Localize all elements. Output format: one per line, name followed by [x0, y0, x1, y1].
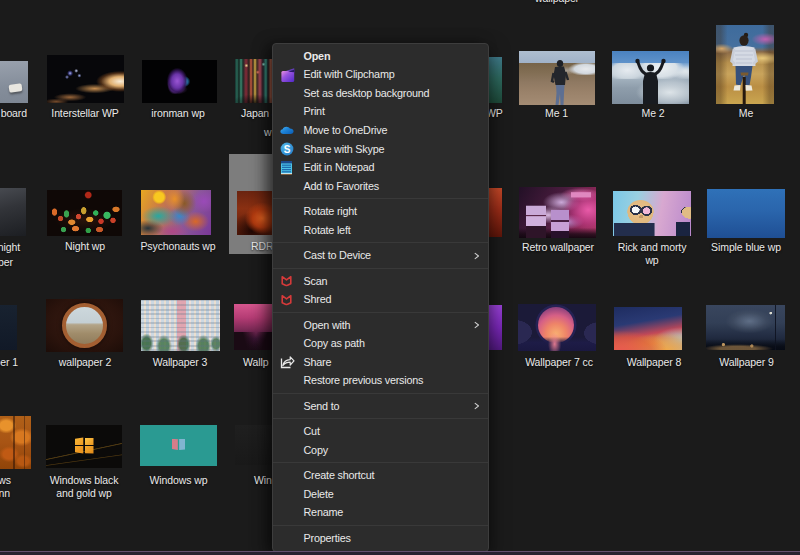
svg-text:S: S — [283, 144, 290, 155]
